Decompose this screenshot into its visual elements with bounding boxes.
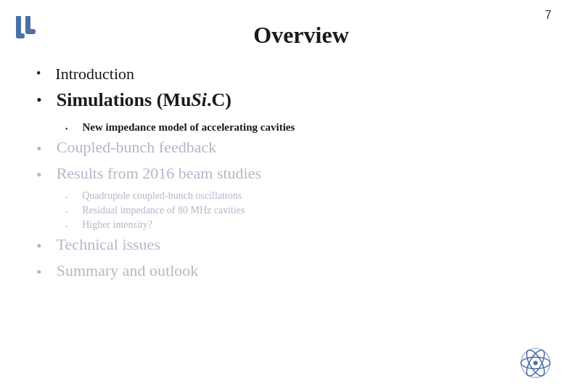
bullet-results: • — [36, 166, 42, 184]
higher-label: Higher intensity? — [82, 219, 152, 231]
page-number: 7 — [545, 9, 551, 22]
list-item: • New impedance model of accelerating ca… — [65, 121, 530, 134]
introduction-label: Introduction — [55, 65, 134, 83]
slide-title: Overview — [36, 22, 530, 49]
list-item: • Coupled-bunch feedback — [36, 138, 530, 158]
bullet-simulations: • — [36, 91, 42, 110]
results-label: Results from 2016 beam studies — [57, 164, 261, 183]
bullet-residual: • — [65, 208, 67, 216]
impedance-label: New impedance model of accelerating cavi… — [83, 121, 295, 134]
bullet-quadrupole: • — [65, 194, 67, 201]
list-item: • Technical issues — [36, 235, 530, 256]
simulations-label: Simulations (MuSi.C) — [57, 89, 231, 111]
slide: 7 Overview • Introduction • Simulations … — [0, 0, 566, 392]
bullet-coupled: • — [36, 139, 42, 158]
svg-rect-1 — [16, 33, 25, 38]
list-item: • Higher intensity? — [65, 219, 530, 231]
bullet-summary: • — [36, 263, 42, 282]
bullet-impedance: • — [65, 125, 68, 133]
quadrupole-label: Quadrupole coupled-bunch oscillations — [82, 190, 242, 202]
list-item: • Residual impedance of 80 MHz cavities — [65, 205, 530, 216]
list-item: • Results from 2016 beam studies — [36, 164, 530, 184]
cern-logo-topleft — [13, 13, 44, 48]
svg-rect-0 — [16, 16, 21, 36]
residual-label: Residual impedance of 80 MHz cavities — [82, 205, 245, 216]
svg-rect-3 — [25, 29, 36, 34]
bullet-technical: • — [36, 237, 42, 256]
svg-point-8 — [533, 361, 538, 365]
bullet-higher: • — [65, 223, 67, 230]
bullet-introduction: • — [36, 66, 41, 81]
technical-label: Technical issues — [57, 235, 160, 254]
list-item: • Summary and outlook — [36, 261, 530, 282]
summary-label: Summary and outlook — [57, 261, 199, 280]
list-item: • Quadrupole coupled-bunch oscillations — [65, 190, 530, 202]
list-item: • Introduction — [36, 65, 530, 83]
content-area: • Introduction • Simulations (MuSi.C) • … — [36, 65, 530, 282]
cern-badge — [520, 347, 551, 379]
list-item: • Simulations (MuSi.C) — [36, 89, 530, 111]
coupled-label: Coupled-bunch feedback — [57, 138, 217, 157]
